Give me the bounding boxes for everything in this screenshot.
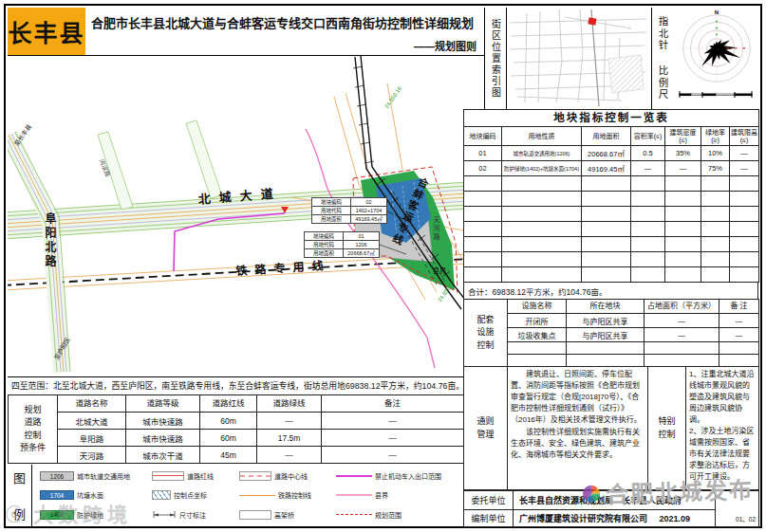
cell: 35% [665,146,701,161]
north-letter: N [715,9,719,15]
cell: — [665,161,701,176]
cell: 01 [464,146,502,161]
col-header: 建筑限高(≤) [730,127,759,146]
empty-cell [631,192,665,207]
empty-cell [665,267,701,283]
county-badge: 长丰县 [8,8,85,55]
legend-item: 尺寸标注 [152,510,239,520]
fuyang-road-label: 阜阳北路 [42,212,58,269]
cell: 17.5m [257,430,322,447]
cell: — [645,314,719,328]
empty-cell [730,192,759,207]
empty-cell [631,237,665,252]
cell: — [322,413,464,430]
legend-item-label: 控制点坐标 [174,490,207,500]
col-header: 建筑密度(≤) [665,127,701,146]
card-value: 1402+1704 [351,207,387,215]
legend-item-label: 县界 [375,490,388,500]
scale-bar-label: 比例尺 [657,65,671,101]
empty-cell [464,237,502,252]
card-label: 地块编码 [312,198,351,207]
col-header: 设施名称 [508,300,567,314]
magenta-line-swatch [336,475,372,477]
general-rules-text: 建筑退让、日照间距、停车位配置、消防间距等指标按照《合肥市规划审查暂行规定（合规… [508,367,648,490]
table-row: 北城大道 城市快速路 60m — — [9,413,464,430]
col-header: 道路名称 [58,395,126,413]
legend-title: 图 例 [8,465,32,526]
cell: 49169.45㎡ [582,161,631,176]
empty-row [464,192,759,207]
col-header: 道路红线 [200,395,257,413]
col-header: 备 注 [719,300,759,314]
cell: — [257,447,322,464]
plot-table-title: 地块指标控制一览表 [464,110,759,127]
cell: 城市次干道 [126,447,200,464]
county-border-label: 县界 [433,266,446,275]
col-header: 占地面积（平方米） [645,300,719,314]
empty-cell [582,237,631,252]
empty-cell [582,207,631,222]
general-rules-label: 通则 管理 [464,367,508,490]
green-parcel-swatch: 1402 [40,510,74,520]
blue-parcel-swatch: 1704 [40,490,74,500]
total-area-row: 合计：69838.12平方米，约104.76亩。 [463,282,758,300]
index-site-marker [588,17,596,25]
table-row: 阜阳路 城市快速路 60m 17.5m — [9,430,464,447]
label-line: 管理 [465,429,506,442]
empty-cell [701,252,730,267]
legend-char: 例 [13,504,26,523]
table-row: 天河路 城市次干道 45m — — [9,447,464,464]
empty-row [464,207,759,222]
cell: — [719,328,759,342]
paragraph: 建筑退让、日照间距、停车位配置、消防间距等指标按照《合肥市规划审查暂行规定（合规… [511,369,645,426]
label-line: 设施 [465,326,506,339]
control-point-swatch [152,490,171,500]
label-line: 规划 [9,404,56,417]
empty-cell [582,252,631,267]
parcel-card-02: 地块编码02 用地代码1402+1704 用地面积49169.45㎡ [311,197,387,224]
index-panel-divider [484,8,485,109]
cell: 60m [200,430,257,447]
table-row: 垃圾收集点 与庐阳区共享 — — [464,328,759,342]
legend-item-label: 道路中心线 [274,471,308,481]
cell: 与庐阳区共享 [567,314,645,328]
cell: 天河路 [58,447,126,464]
designer-label: 编制单位 [464,510,514,527]
empty-cell [582,176,631,192]
empty-cell [502,252,582,267]
card-label: 用地面积 [305,249,344,258]
legend-item-label: 禁止机动车入出口范围 [375,471,441,481]
empty-row [464,237,759,252]
wind-rose-petals [700,38,741,68]
client-label: 委托单位 [464,491,514,510]
empty-cell [719,342,759,355]
paragraph: 1、注重北城大道沿线城市景观风貌的塑造及建筑风貌与周边建筑风貌协调。 [689,369,756,426]
col-header: 备注 [322,395,464,413]
legend-item-label: 道路红线 [187,471,214,481]
cell: 城市快速路 [126,413,200,430]
col-header: 道路绿线 [257,395,322,413]
empty-cell [730,237,759,252]
cell: 02 [464,161,502,176]
legend-item-label: 规划范围 [375,510,402,520]
card-value: 1206 [344,241,380,249]
empty-row [464,355,759,367]
compass-labels: 指北针 比例尺 [652,9,675,107]
legend-item: 道路中心线 [239,471,336,481]
empty-cell [631,222,665,237]
empty-cell [502,237,582,252]
empty-cell [631,207,665,222]
empty-cell [730,252,759,267]
designer-name: 广州博厦建筑设计研究院有限公司 2021.09 [514,510,716,527]
empty-cell [464,222,502,237]
empty-cell [701,207,730,222]
special-control-label: 特别 控制 [648,367,686,490]
empty-cell [582,267,631,283]
facility-table: 配套 设施 控制 设施名称 所在地块 占地面积（平方米） 备 注 开闭所 与庐阳… [463,299,759,367]
empty-cell [665,207,701,222]
empty-cell [567,355,645,367]
special-control-text: 1、注重北城大道沿线城市景观风貌的塑造及建筑风貌与周边建筑风貌协调。 2、涉及土… [686,367,759,490]
legend-item: 控制点坐标 [152,490,239,500]
plan-date: 2021.09 [660,514,691,523]
legend-item-label: 尺寸标注 [179,510,206,520]
